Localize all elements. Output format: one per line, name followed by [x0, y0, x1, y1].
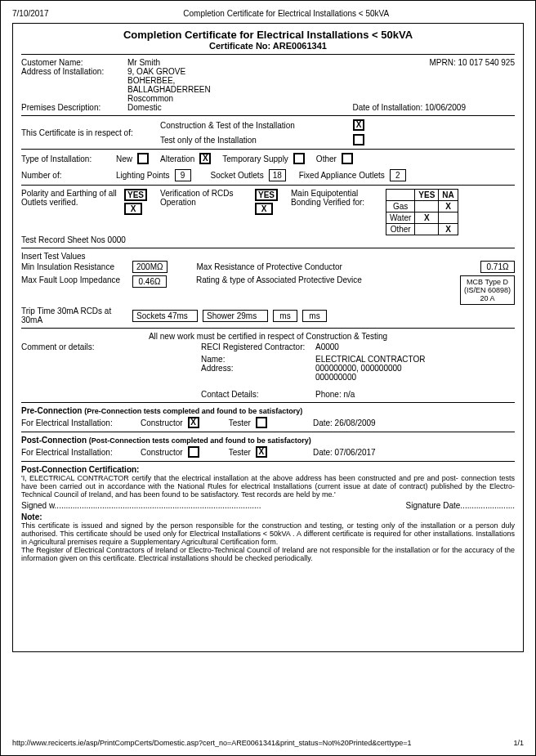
signed-line: Signed w................................… [21, 501, 261, 510]
respect-option1: Construction & Test of the Installation [160, 121, 348, 130]
allnew-text: All new work must be certified in respec… [21, 332, 515, 341]
precon-constructor-chk[interactable]: X [188, 417, 199, 428]
cert-title: Completion Certificate for Electrical In… [21, 29, 515, 41]
fao-label: Fixed Appliance Outlets [299, 171, 385, 180]
fao-val: 2 [390, 169, 406, 181]
premises-label: Premises Description: [21, 103, 127, 112]
type-label: Type of Installation: [21, 154, 111, 163]
tester-label2: Tester [229, 448, 251, 457]
trip-v4: ms [302, 310, 327, 322]
addrc-val2: 000000000 [315, 373, 425, 382]
type-other-chk[interactable] [342, 153, 353, 164]
min-ins-val: 200MΩ [132, 261, 168, 273]
lp-val: 9 [175, 169, 191, 181]
reci-reg-label: RECI Registered Contractor: [201, 342, 315, 351]
trip-label: Trip Time 30mA RCDs at 30mA [21, 306, 127, 324]
footer-pages: 1/1 [513, 739, 524, 747]
respect-label: This Certificate is in respect of: [21, 128, 160, 137]
postcon-date: Date: 07/06/2017 [313, 448, 376, 457]
premises-value: Domestic [127, 103, 162, 112]
bonding-table: YESNA GasX WaterX OtherX [386, 189, 458, 235]
rating-label: Rating & type of Associated Protective D… [196, 275, 384, 284]
rating-val2: (IS/EN 60898) [464, 286, 511, 294]
sigdate-line: Signature Date........................ [406, 501, 515, 510]
postcon-constructor-chk[interactable] [188, 446, 199, 458]
cert-number: Certificate No: ARE0061341 [21, 41, 515, 51]
type-new-chk[interactable] [137, 153, 149, 164]
pcc-label: Post-Connection Certification: [21, 465, 515, 474]
customer-name-label: Customer Name: [21, 58, 127, 67]
respect-option2: Test only of the Installation [160, 136, 348, 145]
comment-label: Comment or details: [21, 342, 201, 351]
fei-label2: For Electrical Installation: [21, 448, 136, 457]
numof-label: Number of: [21, 171, 111, 180]
polarity-label: Polarity and Earthing of all Outlets ver… [21, 189, 119, 207]
addrc-label: Address: [201, 364, 315, 373]
doc-title: Completion Certificate for Electrical In… [183, 9, 389, 18]
postcon-text: (Post-Connection tests completed and fou… [89, 436, 311, 445]
constructor-label2: Constructor [141, 448, 183, 457]
type-alt-chk[interactable]: X [199, 153, 211, 164]
page-header: 7/10/2017 Completion Certificate for Ele… [12, 9, 524, 18]
note-label: Note: [21, 512, 515, 521]
trip-v2: Shower 29ms [203, 310, 268, 322]
mfli-label: Max Fault Loop Impedance [21, 275, 127, 284]
rcd-x: X [255, 203, 273, 215]
mbond-label: Main Equipotential Bonding Verified for: [291, 189, 381, 207]
postcon-tester-chk[interactable]: X [256, 446, 267, 458]
trip-v3: ms [273, 310, 297, 322]
postcon-label: Post-Connection [21, 436, 87, 445]
date-of-installation: Date of Installation: 10/06/2009 [353, 103, 466, 112]
type-other-label: Other [316, 154, 337, 163]
rcd-yes: YES [255, 189, 278, 201]
certificate-box: Completion Certificate for Electrical In… [12, 23, 524, 652]
precon-text: (Pre-Connection tests completed and foun… [84, 407, 302, 415]
trs-label: Test Record Sheet Nos 0000 [21, 235, 515, 244]
page-footer: http://www.recicerts.ie/asp/PrintCompCer… [12, 739, 524, 747]
rating-val3: 20 A [464, 294, 511, 302]
contact-val: Phone: n/a [315, 390, 425, 399]
tester-label: Tester [229, 418, 251, 427]
type-alt-label: Alteration [160, 154, 194, 163]
rating-val1: MCB Type D [464, 278, 511, 286]
respect-checkbox2[interactable] [353, 134, 364, 145]
contact-label: Contact Details: [201, 390, 315, 399]
precon-label: Pre-Connection [21, 406, 82, 415]
address-label: Address of Installation: [21, 67, 127, 76]
trip-v1: Sockets 47ms [132, 310, 198, 322]
pcc-text: 'I, ELECTRICAL CONTRACTOR certify that t… [21, 474, 515, 499]
address-line: Roscommon [127, 94, 211, 103]
constructor-label: Constructor [141, 418, 183, 427]
reci-val: A0000 [315, 342, 425, 351]
respect-checkbox1[interactable]: X [353, 119, 364, 131]
rcd-label: Verification of RCDs Operation [160, 189, 250, 207]
footer-url: http://www.recicerts.ie/asp/PrintCompCer… [12, 739, 412, 747]
fei-label: For Electrical Installation: [21, 418, 136, 427]
precon-date: Date: 26/08/2009 [313, 418, 376, 427]
customer-name: Mr Smith [127, 58, 160, 67]
print-date: 7/10/2017 [12, 9, 49, 18]
polarity-yes: YES [124, 189, 147, 201]
address-line: BALLAGHADERREEN [127, 85, 211, 94]
name-val: ELECTRICAL CONTRACTOR [315, 355, 425, 364]
name-label: Name: [201, 355, 315, 364]
precon-tester-chk[interactable] [256, 417, 267, 428]
document-page: 7/10/2017 Completion Certificate for Ele… [0, 0, 536, 756]
lp-label: Lighting Points [116, 171, 170, 180]
max-res-label: Max Resistance of Protective Conductor [197, 262, 342, 271]
so-label: Socket Outlets [211, 171, 264, 180]
polarity-x: X [124, 203, 142, 215]
max-res-val: 0.71Ω [480, 261, 515, 273]
type-new-label: New [116, 154, 132, 163]
mfli-val: 0.46Ω [132, 275, 167, 288]
type-temp-label: Temporary Supply [222, 154, 288, 163]
itv-label: Insert Test Values [21, 252, 515, 261]
note-text: This certificate is issued and signed by… [21, 521, 515, 562]
so-val: 18 [269, 169, 286, 181]
addrc-val1: 000000000, 000000000 [315, 364, 425, 373]
address-line: BOHERBEE, [127, 76, 211, 85]
type-temp-chk[interactable] [293, 153, 305, 164]
min-ins-label: Min Insulation Resistance [21, 262, 127, 271]
mprn: MPRN: 10 017 540 925 [429, 58, 515, 67]
address-line: 9, OAK GROVE [127, 67, 211, 76]
